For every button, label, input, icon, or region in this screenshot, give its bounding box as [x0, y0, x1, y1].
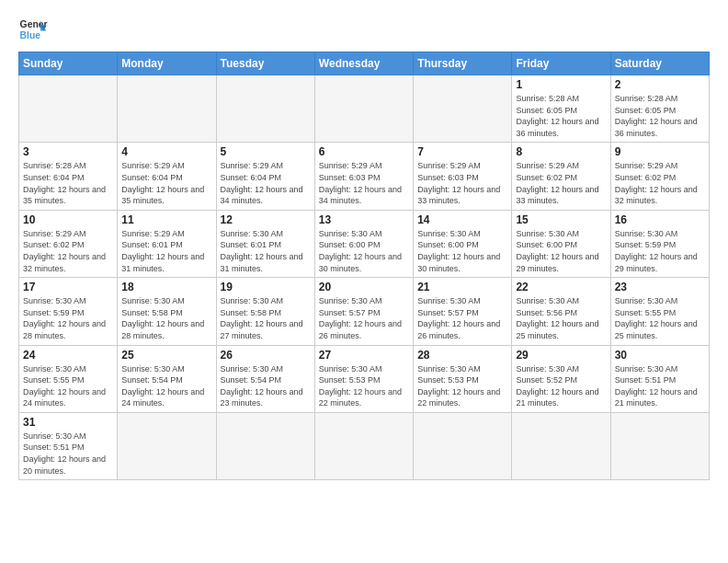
day-info: Sunrise: 5:30 AM Sunset: 5:58 PM Dayligh… — [221, 295, 311, 341]
day-number: 13 — [319, 213, 409, 226]
calendar-header-friday: Friday — [512, 52, 610, 75]
logo-icon: General Blue — [18, 15, 48, 44]
day-number: 2 — [615, 78, 705, 91]
calendar-day-cell: 2Sunrise: 5:28 AM Sunset: 6:05 PM Daylig… — [610, 75, 709, 143]
day-info: Sunrise: 5:30 AM Sunset: 6:00 PM Dayligh… — [417, 228, 507, 274]
calendar-day-cell — [118, 75, 216, 143]
day-number: 18 — [121, 281, 211, 293]
calendar-day-cell: 14Sunrise: 5:30 AM Sunset: 6:00 PM Dayli… — [414, 210, 512, 277]
calendar-day-cell: 24Sunrise: 5:30 AM Sunset: 5:55 PM Dayli… — [19, 345, 118, 412]
calendar-day-cell: 3Sunrise: 5:28 AM Sunset: 6:04 PM Daylig… — [19, 143, 118, 210]
day-info: Sunrise: 5:30 AM Sunset: 5:58 PM Dayligh… — [121, 295, 211, 341]
day-info: Sunrise: 5:30 AM Sunset: 5:51 PM Dayligh… — [615, 363, 705, 409]
day-info: Sunrise: 5:28 AM Sunset: 6:05 PM Dayligh… — [516, 93, 606, 139]
day-info: Sunrise: 5:29 AM Sunset: 6:02 PM Dayligh… — [615, 160, 705, 206]
day-info: Sunrise: 5:30 AM Sunset: 5:57 PM Dayligh… — [417, 295, 507, 341]
calendar-day-cell: 7Sunrise: 5:29 AM Sunset: 6:03 PM Daylig… — [414, 143, 512, 210]
day-number: 12 — [221, 213, 311, 226]
day-number: 6 — [319, 145, 409, 158]
calendar-header-row: SundayMondayTuesdayWednesdayThursdayFrid… — [19, 52, 710, 75]
day-number: 21 — [417, 281, 507, 293]
day-number: 26 — [221, 349, 311, 362]
calendar-day-cell: 21Sunrise: 5:30 AM Sunset: 5:57 PM Dayli… — [414, 278, 512, 345]
svg-text:Blue: Blue — [20, 30, 41, 40]
calendar-day-cell: 17Sunrise: 5:30 AM Sunset: 5:59 PM Dayli… — [19, 278, 118, 345]
day-number: 31 — [23, 416, 113, 429]
calendar-day-cell: 28Sunrise: 5:30 AM Sunset: 5:53 PM Dayli… — [414, 345, 512, 412]
calendar-header-thursday: Thursday — [414, 52, 512, 75]
day-number: 8 — [516, 145, 606, 158]
calendar-day-cell — [118, 412, 216, 479]
calendar-day-cell — [314, 75, 413, 143]
calendar-header-wednesday: Wednesday — [314, 52, 413, 75]
day-info: Sunrise: 5:28 AM Sunset: 6:04 PM Dayligh… — [23, 160, 113, 206]
calendar-day-cell — [512, 412, 610, 479]
day-number: 19 — [221, 281, 311, 293]
day-info: Sunrise: 5:29 AM Sunset: 6:03 PM Dayligh… — [319, 160, 409, 206]
calendar-day-cell: 29Sunrise: 5:30 AM Sunset: 5:52 PM Dayli… — [512, 345, 610, 412]
calendar-day-cell: 9Sunrise: 5:29 AM Sunset: 6:02 PM Daylig… — [610, 143, 709, 210]
day-number: 9 — [615, 145, 705, 158]
calendar-day-cell — [19, 75, 118, 143]
calendar-table: SundayMondayTuesdayWednesdayThursdayFrid… — [18, 52, 710, 480]
calendar-day-cell — [414, 75, 512, 143]
calendar-day-cell: 25Sunrise: 5:30 AM Sunset: 5:54 PM Dayli… — [118, 345, 216, 412]
calendar-header-monday: Monday — [118, 52, 216, 75]
day-number: 1 — [516, 78, 606, 91]
day-number: 20 — [319, 281, 409, 293]
day-info: Sunrise: 5:29 AM Sunset: 6:04 PM Dayligh… — [121, 160, 211, 206]
day-info: Sunrise: 5:30 AM Sunset: 5:59 PM Dayligh… — [615, 228, 705, 274]
calendar-week-row: 24Sunrise: 5:30 AM Sunset: 5:55 PM Dayli… — [19, 345, 710, 412]
calendar-day-cell: 26Sunrise: 5:30 AM Sunset: 5:54 PM Dayli… — [216, 345, 314, 412]
day-info: Sunrise: 5:30 AM Sunset: 6:00 PM Dayligh… — [516, 228, 606, 274]
day-info: Sunrise: 5:30 AM Sunset: 5:55 PM Dayligh… — [23, 363, 113, 409]
calendar-day-cell: 15Sunrise: 5:30 AM Sunset: 6:00 PM Dayli… — [512, 210, 610, 277]
day-info: Sunrise: 5:30 AM Sunset: 5:55 PM Dayligh… — [615, 295, 705, 341]
day-number: 25 — [121, 349, 211, 362]
day-number: 17 — [23, 281, 113, 293]
day-number: 28 — [417, 349, 507, 362]
day-number: 27 — [319, 349, 409, 362]
calendar-day-cell: 10Sunrise: 5:29 AM Sunset: 6:02 PM Dayli… — [19, 210, 118, 277]
calendar-day-cell — [314, 412, 413, 479]
day-info: Sunrise: 5:29 AM Sunset: 6:03 PM Dayligh… — [417, 160, 507, 206]
day-info: Sunrise: 5:29 AM Sunset: 6:02 PM Dayligh… — [516, 160, 606, 206]
calendar-day-cell: 16Sunrise: 5:30 AM Sunset: 5:59 PM Dayli… — [610, 210, 709, 277]
day-info: Sunrise: 5:30 AM Sunset: 5:52 PM Dayligh… — [516, 363, 606, 409]
page: General Blue SundayMondayTuesdayWednesda… — [0, 0, 728, 563]
calendar-day-cell: 27Sunrise: 5:30 AM Sunset: 5:53 PM Dayli… — [314, 345, 413, 412]
calendar-day-cell: 30Sunrise: 5:30 AM Sunset: 5:51 PM Dayli… — [610, 345, 709, 412]
day-number: 15 — [516, 213, 606, 226]
calendar-day-cell: 13Sunrise: 5:30 AM Sunset: 6:00 PM Dayli… — [314, 210, 413, 277]
calendar-week-row: 3Sunrise: 5:28 AM Sunset: 6:04 PM Daylig… — [19, 143, 710, 210]
day-number: 4 — [121, 145, 211, 158]
day-info: Sunrise: 5:28 AM Sunset: 6:05 PM Dayligh… — [615, 93, 705, 139]
calendar-day-cell: 19Sunrise: 5:30 AM Sunset: 5:58 PM Dayli… — [216, 278, 314, 345]
calendar-header-tuesday: Tuesday — [216, 52, 314, 75]
header: General Blue — [18, 15, 710, 44]
day-info: Sunrise: 5:30 AM Sunset: 5:53 PM Dayligh… — [319, 363, 409, 409]
day-number: 16 — [615, 213, 705, 226]
day-info: Sunrise: 5:29 AM Sunset: 6:01 PM Dayligh… — [121, 228, 211, 274]
calendar-day-cell — [414, 412, 512, 479]
day-info: Sunrise: 5:30 AM Sunset: 5:59 PM Dayligh… — [23, 295, 113, 341]
day-info: Sunrise: 5:30 AM Sunset: 5:57 PM Dayligh… — [319, 295, 409, 341]
day-number: 22 — [516, 281, 606, 293]
calendar-day-cell — [216, 75, 314, 143]
day-number: 24 — [23, 349, 113, 362]
calendar-day-cell: 23Sunrise: 5:30 AM Sunset: 5:55 PM Dayli… — [610, 278, 709, 345]
day-number: 23 — [615, 281, 705, 293]
calendar-day-cell: 12Sunrise: 5:30 AM Sunset: 6:01 PM Dayli… — [216, 210, 314, 277]
day-number: 5 — [221, 145, 311, 158]
calendar-day-cell: 11Sunrise: 5:29 AM Sunset: 6:01 PM Dayli… — [118, 210, 216, 277]
day-info: Sunrise: 5:29 AM Sunset: 6:02 PM Dayligh… — [23, 228, 113, 274]
calendar-week-row: 1Sunrise: 5:28 AM Sunset: 6:05 PM Daylig… — [19, 75, 710, 143]
calendar-day-cell: 5Sunrise: 5:29 AM Sunset: 6:04 PM Daylig… — [216, 143, 314, 210]
calendar-day-cell: 1Sunrise: 5:28 AM Sunset: 6:05 PM Daylig… — [512, 75, 610, 143]
day-info: Sunrise: 5:30 AM Sunset: 6:01 PM Dayligh… — [221, 228, 311, 274]
calendar-week-row: 10Sunrise: 5:29 AM Sunset: 6:02 PM Dayli… — [19, 210, 710, 277]
calendar-week-row: 31Sunrise: 5:30 AM Sunset: 5:51 PM Dayli… — [19, 412, 710, 479]
day-number: 30 — [615, 349, 705, 362]
calendar-day-cell: 4Sunrise: 5:29 AM Sunset: 6:04 PM Daylig… — [118, 143, 216, 210]
calendar-day-cell: 31Sunrise: 5:30 AM Sunset: 5:51 PM Dayli… — [19, 412, 118, 479]
